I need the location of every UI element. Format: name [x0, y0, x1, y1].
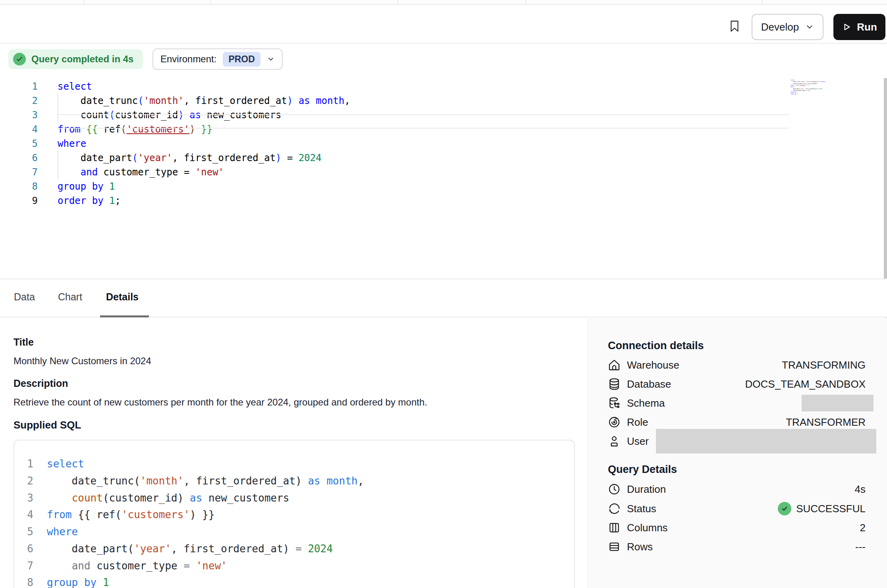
- code-line: 6 date_part('year', first_ordered_at) = …: [14, 540, 574, 557]
- code-line: 5where: [14, 523, 574, 540]
- user-row: User: [608, 432, 866, 451]
- status-value: SUCCESSFUL: [778, 502, 866, 515]
- active-tab-underline: [100, 315, 149, 317]
- columns-row: Columns2: [608, 518, 866, 537]
- line-number: 9: [0, 194, 38, 208]
- dbt-ide-page: Develop Run Query completed in 4s Enviro…: [0, 0, 887, 588]
- code-line: 5where: [0, 136, 887, 151]
- line-number: 7: [14, 557, 33, 575]
- rows-value: ---: [855, 541, 866, 553]
- bookmark-icon[interactable]: [728, 17, 741, 35]
- warehouse-value: TRANSFORMING: [782, 359, 866, 371]
- duration-label: Duration: [627, 483, 666, 496]
- code-line: 9order by 1;: [0, 194, 887, 208]
- database-label: Database: [627, 378, 671, 390]
- code-line: 8group by 1: [0, 179, 887, 194]
- minimap-code: select date_trunc('month', first_ordered…: [791, 79, 838, 95]
- user-icon: [608, 435, 621, 448]
- sql-editor[interactable]: 1select2 date_trunc('month', first_order…: [0, 79, 887, 279]
- tab-separator: [762, 0, 762, 4]
- develop-dropdown-label: Develop: [761, 21, 799, 33]
- line-number: 3: [0, 108, 38, 122]
- code-line: 1select: [0, 79, 887, 94]
- code-line: 8group by 1: [14, 574, 574, 588]
- line-number: 2: [14, 473, 33, 490]
- line-number: 1: [14, 455, 33, 473]
- description-heading: Description: [13, 378, 68, 389]
- results-tab-bar: DataChartDetails: [0, 279, 887, 317]
- database-value: DOCS_TEAM_SANDBOX: [745, 378, 866, 390]
- line-number: 5: [14, 523, 33, 540]
- query-status-text: Query completed in 4s: [31, 54, 133, 65]
- schema-value: [802, 395, 866, 411]
- environment-value-chip: PROD: [223, 52, 260, 67]
- status-row: StatusSUCCESSFUL: [608, 499, 866, 518]
- query-details-heading: Query Details: [608, 463, 677, 476]
- description-value: Retrieve the count of new customers per …: [13, 397, 427, 408]
- play-icon: [842, 22, 852, 32]
- line-number: 4: [14, 506, 33, 523]
- indent-guide: [58, 151, 58, 179]
- line-number: 8: [14, 574, 33, 588]
- supplied-sql-heading: Supplied SQL: [13, 419, 81, 431]
- role-icon: [608, 416, 621, 429]
- success-check-icon: [778, 502, 791, 515]
- database-icon: [608, 378, 621, 390]
- user-value: [656, 429, 866, 453]
- tab-chart[interactable]: Chart: [58, 291, 82, 303]
- rows-label: Rows: [627, 541, 653, 553]
- code-line: 4from {{ ref('customers') }}: [14, 506, 574, 523]
- check-circle-icon: [13, 53, 26, 65]
- supplied-sql-block: 1select2 date_trunc('month', first_order…: [13, 440, 575, 588]
- code-line: 3 count(customer_id) as new_customers: [14, 490, 574, 507]
- redacted-value-box: [656, 429, 876, 453]
- top-tab-strip: [0, 0, 887, 5]
- environment-selector[interactable]: Environment: PROD: [152, 48, 283, 70]
- columns-value: 2: [860, 522, 866, 534]
- query-status-badge: Query completed in 4s: [8, 49, 143, 69]
- editor-code-lines: 1select2 date_trunc('month', first_order…: [0, 79, 887, 208]
- line-number: 8: [0, 179, 38, 194]
- columns-label: Columns: [627, 522, 668, 534]
- develop-dropdown-button[interactable]: Develop: [752, 14, 823, 40]
- warehouse-row: WarehouseTRANSFORMING: [608, 355, 866, 375]
- tab-separator: [210, 0, 211, 4]
- code-line: 6 date_part('year', first_ordered_at) = …: [0, 151, 887, 165]
- code-line: 7 and customer_type = 'new': [0, 165, 887, 179]
- title-value: Monthly New Customers in 2024: [13, 355, 151, 367]
- tab-separator: [526, 0, 526, 4]
- status-icon: [608, 502, 621, 515]
- duration-row: Duration4s: [608, 480, 866, 499]
- chevron-down-icon: [805, 23, 814, 31]
- supplied-sql-lines: 1select2 date_trunc('month', first_order…: [14, 455, 574, 588]
- role-label: Role: [627, 416, 648, 429]
- line-number: 3: [14, 490, 33, 507]
- code-line: 1select: [14, 455, 574, 473]
- schema-row: Schema: [608, 394, 866, 413]
- duration-value: 4s: [855, 483, 866, 496]
- code-line: 2 date_trunc('month', first_ordered_at) …: [0, 94, 887, 108]
- line-number: 7: [0, 165, 38, 179]
- toolbar: Develop Run: [0, 5, 887, 44]
- editor-scrollbar[interactable]: [884, 78, 887, 280]
- chevron-down-icon: [267, 55, 275, 63]
- details-side-panel: Connection details WarehouseTRANSFORMING…: [588, 318, 887, 588]
- user-label: User: [627, 435, 649, 448]
- code-line: order by 1;: [791, 93, 838, 95]
- line-number: 2: [0, 94, 38, 108]
- tab-separator: [398, 0, 398, 4]
- role-value: TRANSFORMER: [786, 416, 866, 429]
- line-number: 4: [0, 122, 38, 136]
- warehouse-label: Warehouse: [627, 359, 679, 371]
- code-line: 2 date_trunc('month', first_ordered_at) …: [14, 473, 574, 490]
- database-row: DatabaseDOCS_TEAM_SANDBOX: [608, 375, 866, 394]
- tab-data[interactable]: Data: [14, 291, 35, 303]
- title-heading: Title: [13, 336, 34, 348]
- redacted-value-box: [802, 395, 874, 411]
- editor-minimap[interactable]: select date_trunc('month', first_ordered…: [791, 79, 840, 98]
- run-button[interactable]: Run: [833, 14, 885, 40]
- environment-label: Environment:: [160, 54, 216, 65]
- line-number: 5: [0, 136, 38, 151]
- tab-details[interactable]: Details: [106, 291, 139, 303]
- duration-icon: [608, 483, 621, 496]
